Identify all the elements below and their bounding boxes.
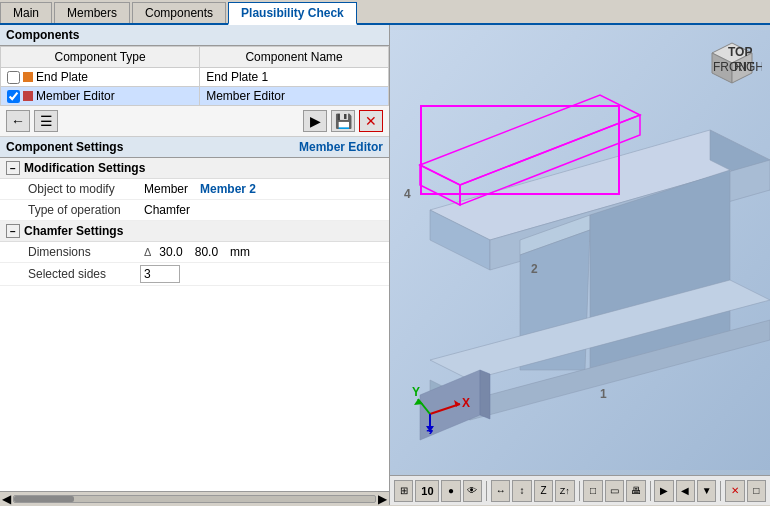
name-cell: End Plate 1: [200, 68, 389, 87]
view-toolbar: ⊞ 10 ● 👁 ↔ ↕ Z Z↑ □ ▭ 🖶 ▶ ◀ ▼ ✕ □: [390, 475, 770, 505]
refresh-btn[interactable]: ▶: [303, 110, 327, 132]
components-header: Components: [0, 25, 389, 46]
dropdown-btn[interactable]: ▼: [697, 480, 716, 502]
svg-text:Z: Z: [426, 428, 433, 434]
type-op-values: Chamfer: [140, 202, 389, 218]
collapse-chamfer-icon: −: [6, 224, 20, 238]
name-cell: Member Editor: [200, 87, 389, 106]
type-op-val: Chamfer: [140, 202, 194, 218]
object-modify-label: Object to modify: [0, 182, 140, 196]
type-cell: End Plate: [1, 68, 200, 87]
left-panel: Components Component Type Component Name…: [0, 25, 390, 505]
selected-sides-values: 3: [140, 265, 389, 283]
settings-editor-label: Member Editor: [299, 140, 383, 154]
chamfer-settings-group[interactable]: − Chamfer Settings: [0, 221, 389, 242]
sep2: [579, 481, 580, 501]
row-checkbox[interactable]: [7, 71, 20, 84]
fit-v-btn[interactable]: ↕: [512, 480, 531, 502]
backward-btn[interactable]: ◀: [676, 480, 695, 502]
settings-header: Component Settings Member Editor: [0, 137, 389, 158]
print-btn[interactable]: 🖶: [626, 480, 645, 502]
dim-unit: mm: [226, 244, 254, 260]
color-box: [23, 91, 33, 101]
settings-header-label: Component Settings: [6, 140, 123, 154]
tab-components[interactable]: Components: [132, 2, 226, 23]
axis-svg: X Y Z: [410, 374, 470, 434]
close-view-btn[interactable]: ✕: [725, 480, 744, 502]
selected-sides-label: Selected sides: [0, 267, 140, 281]
col-header-name: Component Name: [200, 47, 389, 68]
tab-bar: Main Members Components Plausibility Che…: [0, 0, 770, 25]
dimensions-label: Dimensions: [0, 245, 140, 259]
svg-line-25: [430, 404, 460, 414]
table-row[interactable]: Member Editor Member Editor: [1, 87, 389, 106]
svg-text:4: 4: [404, 187, 411, 201]
sep3: [650, 481, 651, 501]
dim-val2: 80.0: [191, 244, 222, 260]
modification-settings-group[interactable]: − Modification Settings: [0, 158, 389, 179]
svg-text:1: 1: [600, 387, 607, 401]
svg-text:RIGHT: RIGHT: [734, 60, 762, 74]
color-box: [23, 72, 33, 82]
horizontal-scrollbar[interactable]: ◀ ▶: [0, 491, 389, 505]
tab-main[interactable]: Main: [0, 2, 52, 23]
mod-settings-label: Modification Settings: [24, 161, 145, 175]
table-row[interactable]: End Plate End Plate 1: [1, 68, 389, 87]
object-to-modify-row: Object to modify Member Member 2: [0, 179, 389, 200]
object-modify-val1: Member: [140, 181, 192, 197]
nav-cube-svg: TOP FRONT RIGHT: [702, 33, 762, 93]
components-toolbar: ← ☰ ▶ 💾 ✕: [0, 106, 389, 137]
delta-icon: Δ: [144, 246, 151, 258]
scroll-track[interactable]: [13, 495, 376, 503]
sep1: [486, 481, 487, 501]
col-header-type: Component Type: [1, 47, 200, 68]
settings-tree: − Modification Settings Object to modify…: [0, 158, 389, 491]
scroll-left-arrow[interactable]: ◀: [2, 492, 11, 506]
svg-text:2: 2: [531, 262, 538, 276]
save-btn[interactable]: 💾: [331, 110, 355, 132]
dim-val1: 30.0: [155, 244, 186, 260]
row-checkbox[interactable]: [7, 90, 20, 103]
type-op-label: Type of operation: [0, 203, 140, 217]
dimensions-values: 30.0 80.0 mm: [155, 244, 389, 260]
nav-cube[interactable]: TOP FRONT RIGHT: [702, 33, 762, 96]
sep4: [720, 481, 721, 501]
z-rotate-btn[interactable]: Z: [534, 480, 553, 502]
box-view-btn[interactable]: □: [583, 480, 602, 502]
svg-text:X: X: [462, 396, 470, 410]
fit-all-btn[interactable]: ↔: [491, 480, 510, 502]
svg-text:Y: Y: [412, 385, 420, 399]
list-btn[interactable]: ☰: [34, 110, 58, 132]
delete-btn[interactable]: ✕: [359, 110, 383, 132]
forward-btn[interactable]: ▶: [654, 480, 673, 502]
axis-indicator: X Y Z: [410, 374, 470, 437]
move-left-btn[interactable]: ←: [6, 110, 30, 132]
svg-marker-12: [480, 370, 490, 419]
selection-box: [420, 105, 620, 195]
z-up-btn[interactable]: Z↑: [555, 480, 574, 502]
plane-view-btn[interactable]: ▭: [605, 480, 624, 502]
selected-sides-input[interactable]: 3: [140, 265, 180, 283]
object-modify-values: Member Member 2: [140, 181, 389, 197]
object-modify-val2: Member 2: [196, 181, 260, 197]
grid-view-btn[interactable]: ⊞: [394, 480, 413, 502]
tab-plausibility[interactable]: Plausibility Check: [228, 2, 357, 25]
type-cell: Member Editor: [1, 87, 200, 106]
scroll-thumb[interactable]: [14, 496, 74, 502]
right-panel: 1 2 4: [390, 25, 770, 505]
chamfer-settings-label: Chamfer Settings: [24, 224, 123, 238]
point-btn[interactable]: ●: [441, 480, 460, 502]
selected-sides-row: Selected sides 3: [0, 263, 389, 286]
type-label: End Plate: [36, 70, 88, 84]
fullscreen-btn[interactable]: □: [747, 480, 766, 502]
svg-text:TOP: TOP: [728, 45, 752, 59]
dimensions-row: Dimensions Δ 30.0 80.0 mm: [0, 242, 389, 263]
3d-viewport[interactable]: 1 2 4: [390, 25, 770, 475]
type-operation-row: Type of operation Chamfer: [0, 200, 389, 221]
collapse-mod-icon: −: [6, 161, 20, 175]
tab-members[interactable]: Members: [54, 2, 130, 23]
eye-btn[interactable]: 👁: [463, 480, 482, 502]
scroll-right-arrow[interactable]: ▶: [378, 492, 387, 506]
zoom-level-btn[interactable]: 10: [415, 480, 439, 502]
type-label: Member Editor: [36, 89, 115, 103]
